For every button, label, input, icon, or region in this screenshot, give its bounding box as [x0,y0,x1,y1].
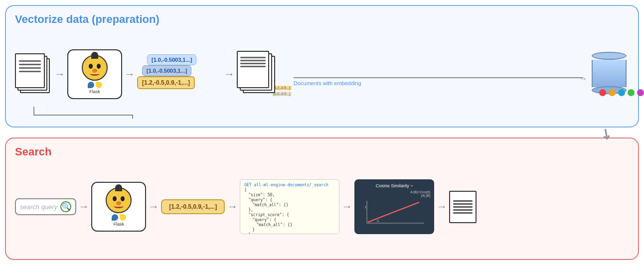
bottom-bert-face [106,187,132,213]
db-dot-purple [637,89,644,96]
code-line-3: "size": 50, [244,193,275,197]
code-snippet-box: GET all-ml-engine-documents/_search { "s… [240,179,339,234]
code-line-1: GET all-ml-engine-documents/_search [244,183,328,187]
flask-label: Flask [89,89,100,94]
result-doc-line-2 [453,203,473,205]
code-line-7: "script_score": { [244,213,289,217]
code-line-4: "query": { [244,198,272,202]
result-document [449,191,477,223]
cosine-graph-svg: 0 1 [362,198,427,226]
code-line-9: "match_all": {} [244,223,292,227]
db-dots [599,89,644,96]
db-top [592,52,627,60]
vector-box-3: [1.2,-0.5,0.9,-1,...] [137,76,195,89]
python-icon [88,82,102,88]
db-dot-green [628,89,635,96]
svg-line-2 [368,202,419,222]
cosine-similarity-box: Cosine Similarity ~ A·|B|=Cos(θ)|A|·|B| … [354,179,434,234]
db-dot-blue [618,89,625,96]
result-doc-line-3 [453,206,473,208]
flask-bert-box: Flask [67,49,122,99]
bottom-arrow-1: → [78,200,89,213]
vector-box-2: [1.0,-0.5003,1...] [142,65,191,76]
top-flow-row: → Flask → [1.0,-0.5003,1...] [1.0,-0. [15,29,629,120]
input-documents [15,53,52,96]
bottom-arrow-3: → [227,200,238,213]
cosine-legend: A·|B|=Cos(θ)|A|·|B| [358,190,430,197]
vector-box-1: [1.0,-0.5003,1...] [147,54,196,65]
code-line-2: { [244,188,335,192]
result-doc-line-4 [453,209,473,211]
embedded-docs: [1.0,-0.5...] [1.2,-0.5...] [237,51,292,98]
bottom-vector-box: [1.2,-0.5,0.9,-1,...] [161,199,225,214]
bottom-arrow-5: → [436,200,447,213]
bottom-flask-bert-box: Flask [91,182,146,232]
code-line-8: "query": { [244,218,276,222]
long-arrow-line: → [294,77,583,78]
vertical-arrow-end [132,115,133,119]
arrow-1: → [54,68,65,81]
svg-text:0: 0 [377,219,379,223]
database-icon [589,52,629,97]
result-doc-line-1 [453,200,473,202]
code-line-10: } [244,228,255,232]
vector-group: [1.0,-0.5003,1...] [1.0,-0.5003,1...] [1… [137,54,222,94]
bottom-arrow-4: → [341,200,352,213]
docs-with-embedding-label: Documents with embedding [294,80,361,86]
code-line-11: }, [244,233,253,234]
bottom-panel-title: Search [15,145,629,158]
db-dot-red [599,89,606,96]
horizontal-bottom-line [33,115,133,116]
search-input-box[interactable]: search query 🔍 [15,198,76,215]
svg-text:1: 1 [364,205,367,209]
bottom-flow-row: search query 🔍 → Flask → [15,161,629,252]
search-icon: 🔍 [60,201,71,212]
top-panel-title: Vectorize data (preparation) [15,13,629,26]
bottom-flask-label: Flask [113,222,124,227]
db-body [592,60,627,87]
bottom-panel: Search search query 🔍 → [5,137,639,260]
search-placeholder-text: search query [20,203,57,211]
bottom-arrow-2: → [148,200,159,213]
top-panel: Vectorize data (preparation) → [5,5,639,128]
long-arrow-section: → Documents with embedding [294,62,583,86]
result-doc-line-5 [453,212,473,214]
arrow-2: → [124,68,135,81]
code-line-5: "match_all": {} [244,203,288,207]
cosine-title: Cosine Similarity ~ [376,183,413,188]
bottom-python-icon [112,214,126,221]
arrow-3: → [224,68,235,81]
bert-face [82,55,108,81]
code-line-6: }, [244,208,253,212]
db-dot-orange [609,89,616,96]
